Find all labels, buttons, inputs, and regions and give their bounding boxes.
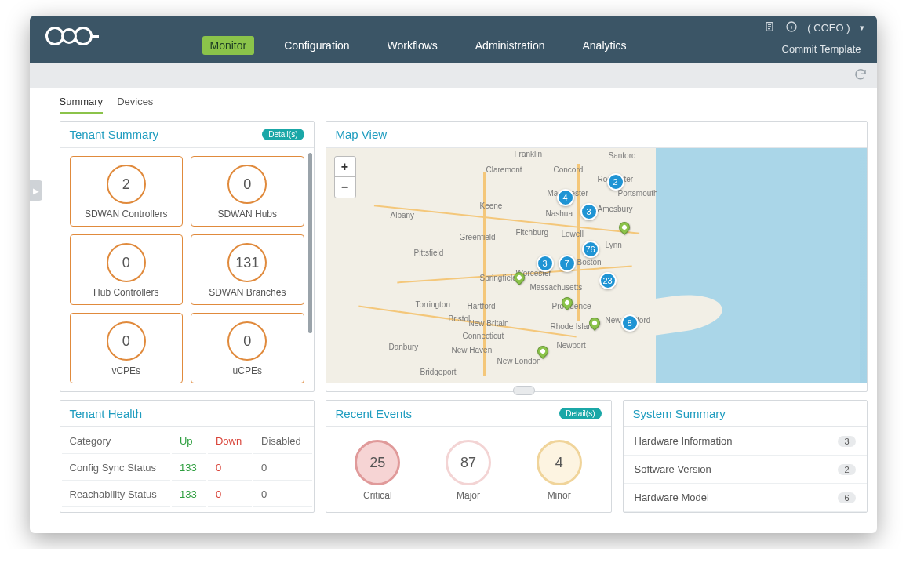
- subbar: [30, 63, 877, 88]
- system-summary-row[interactable]: Hardware Information 3: [624, 427, 867, 456]
- event-label: Minor: [537, 490, 582, 501]
- system-summary-row[interactable]: Hardware Model 6: [624, 484, 867, 512]
- topbar-user-area: ( COEO ) ▾: [763, 20, 864, 35]
- cell-category: Config Sync Status: [62, 456, 170, 481]
- event-count: 25: [355, 440, 400, 485]
- map-cluster-marker[interactable]: 76: [582, 241, 599, 258]
- map-city-label: Sanford: [609, 151, 636, 160]
- map-cluster-marker[interactable]: 7: [559, 255, 576, 272]
- recent-events-card: Recent Events Detail(s) 25 Critical87 Ma…: [326, 400, 612, 513]
- map-city-label: Newport: [557, 341, 586, 350]
- stat-label: SDWAN Controllers: [75, 209, 178, 220]
- sys-row-label: Software Version: [635, 463, 711, 475]
- map-city-label: Hartford: [468, 302, 496, 310]
- stat-card[interactable]: 0 uCPEs: [191, 313, 304, 383]
- map-city-label: Claremont: [486, 165, 522, 174]
- system-summary-row[interactable]: Software Version 2: [624, 456, 867, 484]
- nav-monitor[interactable]: Monitor: [202, 36, 255, 55]
- map-city-label: New Britain: [469, 319, 509, 328]
- stat-label: SDWAN Hubs: [196, 209, 299, 220]
- map-cluster-marker[interactable]: 4: [557, 189, 574, 206]
- map-city-label: Portsmouth: [618, 189, 658, 198]
- stat-card[interactable]: 0 vCPEs: [70, 313, 184, 383]
- map-city-label: Greenfield: [460, 233, 496, 241]
- map-city-label: Amesbury: [598, 205, 633, 213]
- tenant-summary-title: Tenant Summary: [70, 128, 158, 141]
- tab-summary[interactable]: Summary: [60, 96, 104, 114]
- map-city-label: Franklin: [515, 150, 543, 158]
- event-label: Critical: [355, 490, 400, 501]
- refresh-icon[interactable]: [853, 67, 868, 84]
- map-city-label: Bridgeport: [420, 368, 457, 376]
- table-row: Config Sync Status 133 0 0: [62, 456, 312, 481]
- event-count: 87: [446, 440, 491, 485]
- cell-up: 133: [172, 482, 206, 507]
- col-up: Up: [172, 429, 206, 454]
- clipboard-icon[interactable]: [763, 20, 776, 35]
- page-tabs: Summary Devices: [30, 88, 877, 114]
- sys-row-label: Hardware Model: [635, 492, 709, 503]
- event-stat[interactable]: 4 Minor: [537, 440, 582, 501]
- tenant-summary-card: Tenant Summary Detail(s) 2 SDWAN Control…: [60, 121, 315, 392]
- nav-workflows[interactable]: Workflows: [379, 36, 445, 55]
- recent-events-details-button[interactable]: Detail(s): [559, 408, 601, 419]
- map-city-label: New Haven: [452, 346, 493, 354]
- cell-category: Reachability Status: [62, 482, 170, 507]
- map-city-label: New London: [497, 357, 541, 365]
- event-stat[interactable]: 25 Critical: [355, 440, 400, 501]
- map-cluster-marker[interactable]: 3: [537, 255, 554, 272]
- stat-value: 0: [107, 321, 146, 361]
- col-category: Category: [62, 429, 170, 454]
- nav-administration[interactable]: Administration: [468, 36, 553, 55]
- panel-resize-handle[interactable]: [513, 386, 535, 395]
- stat-card[interactable]: 0 SDWAN Hubs: [191, 156, 304, 227]
- stat-card[interactable]: 131 SDWAN Branches: [191, 234, 304, 305]
- map-city-label: Pittsfield: [414, 249, 444, 257]
- map-city-label: Lowell: [562, 230, 584, 238]
- info-icon[interactable]: [785, 20, 798, 35]
- map-canvas[interactable]: + − FranklinSanfordConcordClaremontRoche…: [326, 148, 867, 383]
- cell-down: 0: [208, 482, 252, 507]
- sys-row-badge: 2: [838, 464, 855, 475]
- event-stat[interactable]: 87 Major: [446, 440, 491, 501]
- stat-card[interactable]: 2 SDWAN Controllers: [70, 156, 184, 227]
- commit-template-link[interactable]: Commit Template: [782, 43, 861, 55]
- map-cluster-marker[interactable]: 3: [580, 203, 598, 220]
- map-city-label: Bristol: [449, 314, 471, 323]
- map-cluster-marker[interactable]: 8: [621, 314, 639, 332]
- map-city-label: Danbury: [389, 343, 419, 351]
- stat-value: 131: [227, 243, 267, 282]
- zoom-out-button[interactable]: −: [335, 177, 355, 198]
- stat-label: Hub Controllers: [75, 287, 178, 298]
- cell-down: 0: [208, 456, 252, 481]
- map-cluster-marker[interactable]: 2: [607, 173, 624, 191]
- tenant-summary-scrollbar[interactable]: [308, 153, 312, 333]
- tenant-health-card: Tenant Health Category Up Down Disabled …: [60, 400, 315, 513]
- stat-label: SDWAN Branches: [196, 287, 299, 298]
- topbar: Monitor Configuration Workflows Administ…: [30, 16, 877, 63]
- sys-row-badge: 3: [838, 436, 855, 447]
- map-city-label: Connecticut: [463, 332, 504, 340]
- map-city-label: Massachusetts: [530, 283, 583, 292]
- table-row: Reachability Status 133 0 0: [62, 482, 312, 507]
- system-summary-card: System Summary Hardware Information 3Sof…: [623, 400, 868, 513]
- cell-up: 133: [172, 456, 206, 481]
- logo: [45, 27, 99, 45]
- zoom-in-button[interactable]: +: [335, 157, 355, 177]
- cell-disabled: 0: [253, 456, 311, 481]
- chevron-down-icon[interactable]: ▾: [860, 23, 864, 33]
- stat-value: 2: [107, 165, 146, 204]
- tenant-summary-details-button[interactable]: Detail(s): [262, 129, 304, 140]
- recent-events-title: Recent Events: [336, 407, 413, 420]
- sys-row-badge: 6: [838, 492, 855, 503]
- stat-card[interactable]: 0 Hub Controllers: [70, 234, 184, 305]
- col-down: Down: [208, 429, 252, 454]
- nav-analytics[interactable]: Analytics: [574, 36, 634, 55]
- nav-configuration[interactable]: Configuration: [276, 36, 357, 55]
- tenant-name[interactable]: ( COEO ): [807, 22, 850, 34]
- system-summary-title: System Summary: [633, 407, 726, 420]
- map-cluster-marker[interactable]: 23: [599, 272, 617, 289]
- map-city-label: Nashua: [546, 209, 573, 218]
- tab-devices[interactable]: Devices: [117, 96, 153, 114]
- sys-row-label: Hardware Information: [635, 435, 733, 447]
